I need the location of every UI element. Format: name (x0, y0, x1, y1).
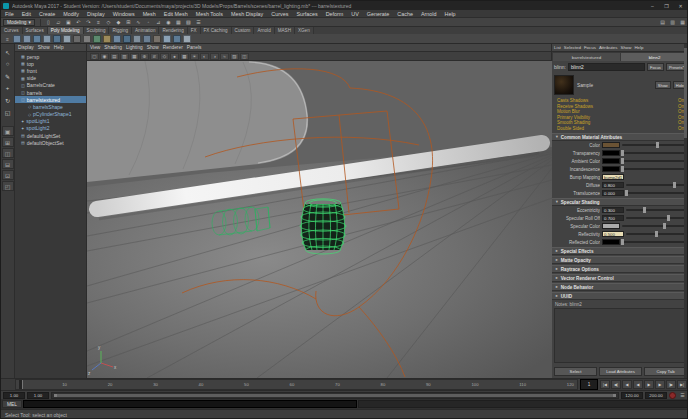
play-forward-button[interactable]: ▶ (644, 380, 654, 389)
select-by-object-icon[interactable]: ◇ (104, 18, 113, 26)
shelf-menu-icon[interactable]: ≡ (4, 36, 11, 42)
tool-settings-toggle[interactable]: ▥ (668, 18, 677, 26)
node-name-field[interactable]: blinn2 (568, 63, 645, 71)
range-slider-track[interactable] (51, 392, 619, 399)
playback-end-field[interactable]: 120.00 (621, 392, 643, 399)
attribute-slider[interactable] (622, 152, 686, 154)
menu-item[interactable]: Edit Mesh (160, 11, 192, 17)
attribute-editor-menu-item[interactable]: Show (620, 45, 631, 50)
ae-section-header[interactable]: ▼Specular Shading (552, 198, 688, 206)
ae-section-header[interactable]: ►Matte Opacity (552, 256, 688, 264)
shelf-prism-icon[interactable] (113, 35, 121, 43)
animation-preferences-icon[interactable]: ☰ (678, 391, 687, 399)
attribute-value-field[interactable]: 0.300 (602, 207, 624, 213)
rotate-tool-icon[interactable]: ↻ (1, 94, 14, 106)
outliner-menu-item[interactable]: Show (38, 45, 50, 50)
menu-item[interactable]: Windows (109, 11, 139, 17)
ae-section-header[interactable]: ►Vector Renderer Control (552, 274, 688, 282)
paint-select-tool-icon[interactable]: ✎ (1, 70, 14, 82)
selected-barrel-wireframe[interactable] (300, 199, 346, 254)
focus-button[interactable]: Focus (647, 63, 664, 71)
show-button[interactable]: Show (655, 81, 671, 89)
outliner-item[interactable]: ◫ barrels (15, 89, 86, 96)
shelf-tab[interactable]: FX Caching (201, 27, 232, 34)
step-forward-key-button[interactable]: |▶ (666, 380, 676, 389)
viewport-canvas[interactable]: x y z (87, 61, 551, 378)
time-ruler[interactable]: 1102030405060708090100110120 (15, 379, 578, 390)
attribute-slider[interactable] (626, 233, 686, 235)
menu-item[interactable]: Help (441, 11, 460, 17)
select-by-component-icon[interactable]: ◆ (114, 18, 123, 26)
attribute-value-field[interactable]: 0.800 (602, 182, 624, 188)
attribute-editor-menu-item[interactable]: Focus (584, 45, 596, 50)
attribute-value-field[interactable]: 0.500 (602, 231, 624, 237)
attribute-slider[interactable] (622, 168, 686, 170)
attribute-editor-menu-item[interactable]: Attributes (599, 45, 618, 50)
menu-item[interactable]: Curves (267, 11, 292, 17)
menu-item[interactable]: File (1, 11, 18, 17)
textured-icon[interactable]: ▩ (180, 53, 189, 60)
menu-item[interactable]: Cache (393, 11, 417, 17)
attribute-slider[interactable] (626, 209, 686, 211)
attribute-slider[interactable] (622, 144, 686, 146)
new-scene-icon[interactable]: ▯ (44, 18, 53, 26)
shelf-helix-icon[interactable] (93, 35, 101, 43)
attribute-value-field[interactable]: 0.700 (602, 215, 624, 221)
attribute-editor-toggle[interactable]: ▤ (658, 18, 667, 26)
current-frame-marker[interactable] (19, 380, 23, 389)
viewport-menu-item[interactable]: Panels (187, 45, 202, 50)
notes-field[interactable] (554, 308, 687, 363)
step-back-frame-button[interactable]: ◀ (622, 380, 632, 389)
viewport-menu-item[interactable]: View (90, 45, 100, 50)
attribute-slider[interactable] (626, 217, 686, 219)
menu-item[interactable]: UV (347, 11, 363, 17)
outliner-menu-item[interactable]: Help (54, 45, 64, 50)
ae-section-header[interactable]: ▼Common Material Attributes (552, 133, 688, 141)
shelf-platonic-icon[interactable] (83, 35, 91, 43)
shelf-tab[interactable]: Arnold (254, 27, 274, 34)
shelf-disc-icon[interactable] (73, 35, 81, 43)
go-to-start-button[interactable]: |◀ (600, 380, 610, 389)
shelf-pipe-icon[interactable] (103, 35, 111, 43)
node-tab[interactable]: blinn2 (621, 53, 688, 61)
hypershade-persp-layout-button[interactable]: ⊡ (2, 170, 14, 180)
shelf-torus-icon[interactable] (53, 35, 61, 43)
motion-blur-icon[interactable]: ≈ (220, 53, 229, 60)
auto-key-toggle[interactable] (669, 392, 676, 399)
outliner-item[interactable]: ▦ persp (15, 53, 86, 60)
attribute-editor-menu-item[interactable]: Selected (564, 45, 581, 50)
attribute-editor-button[interactable]: Copy Tab (644, 367, 687, 376)
menu-item[interactable]: Generate (363, 11, 393, 17)
render-frame-icon[interactable]: ▦ (174, 18, 183, 26)
uv-persp-layout-button[interactable]: ◰ (2, 181, 14, 191)
snap-to-curve-icon[interactable]: ∿ (134, 18, 143, 26)
shelf-combine-icon[interactable] (183, 35, 191, 43)
menu-set-dropdown[interactable]: Modeling ▾ (3, 19, 35, 26)
scale-tool-icon[interactable]: ◱ (1, 106, 14, 118)
multisample-icon[interactable]: ▨ (230, 53, 239, 60)
render-stat-row[interactable]: Double Sided On (552, 126, 688, 132)
shelf-tab[interactable]: Animation (132, 27, 159, 34)
channel-box-toggle[interactable]: ▦ (678, 18, 687, 26)
outliner-item[interactable]: ▦ front (15, 67, 86, 74)
menu-item[interactable]: Mesh Display (227, 11, 267, 17)
smooth-shade-icon[interactable]: ● (170, 53, 179, 60)
color-swatch[interactable] (602, 142, 620, 148)
oversampling-icon[interactable]: ≋ (150, 53, 159, 60)
go-to-end-button[interactable]: ▶| (677, 380, 687, 389)
attribute-slider[interactable] (622, 225, 686, 227)
animation-end-field[interactable]: 200.00 (645, 392, 667, 399)
gate-mask-icon[interactable]: ◫ (240, 53, 249, 60)
shelf-pyramid-icon[interactable] (123, 35, 131, 43)
shelf-cube-icon[interactable] (23, 35, 31, 43)
color-swatch[interactable] (602, 223, 620, 229)
shelf-sphere-icon[interactable] (13, 35, 21, 43)
make-live-icon[interactable]: ◉ (164, 18, 173, 26)
attribute-slider[interactable] (622, 160, 686, 162)
outliner-item[interactable]: ▤ defaultObjectSet (15, 139, 86, 146)
viewport-menu-item[interactable]: Lighting (126, 45, 143, 50)
outliner-item[interactable]: ◇ pCylinderShape1 (15, 111, 86, 118)
command-input[interactable] (23, 400, 357, 408)
minimize-button[interactable]: – (646, 2, 659, 10)
shelf-tab[interactable]: MASH (275, 27, 295, 34)
